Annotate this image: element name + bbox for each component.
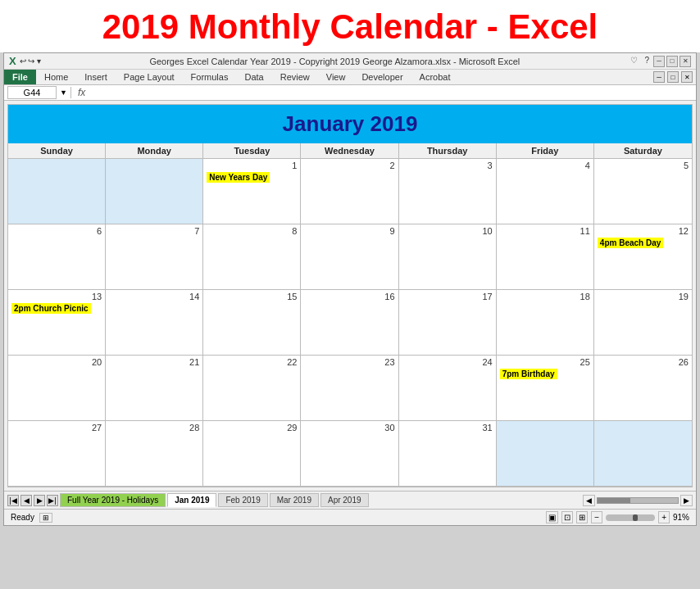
zoom-plus-btn[interactable]: + — [658, 511, 670, 523]
day-number: 31 — [402, 423, 493, 433]
cal-cell-8[interactable]: 8 — [203, 224, 301, 290]
sheet-scroll-left[interactable]: ◀ — [583, 495, 595, 506]
event-birthday: 7pm Birthday — [500, 369, 557, 379]
view-pagebreak-icon[interactable]: ⊞ — [576, 511, 588, 523]
sheet-tab-jan-2019[interactable]: Jan 2019 — [167, 493, 216, 507]
day-number: 24 — [402, 357, 493, 367]
dow-wednesday: Wednesday — [301, 143, 398, 158]
cal-cell-25[interactable]: 25 7pm Birthday — [497, 356, 594, 421]
zoom-minus-btn[interactable]: − — [591, 511, 602, 523]
cal-cell-12[interactable]: 12 4pm Beach Day — [594, 224, 692, 290]
help-icon[interactable]: ♡ — [628, 56, 640, 67]
sheet-nav-prev[interactable]: ◀ — [20, 495, 32, 506]
tab-review[interactable]: Review — [272, 70, 318, 84]
cal-cell-empty-1 — [8, 159, 106, 224]
tab-view[interactable]: View — [318, 70, 354, 84]
tab-insert[interactable]: Insert — [76, 70, 116, 84]
tab-developer[interactable]: Developer — [353, 70, 411, 84]
cal-cell-5[interactable]: 5 — [594, 159, 692, 224]
tab-home[interactable]: Home — [36, 70, 76, 84]
cal-cell-11[interactable]: 11 — [497, 224, 594, 290]
sheet-nav-next[interactable]: ▶ — [34, 495, 45, 506]
title-bar-left: X ↩ ↪ ▾ — [9, 55, 41, 67]
tab-formulas[interactable]: Formulas — [183, 70, 237, 84]
status-right: ▣ ⊡ ⊞ − + 91% — [546, 511, 689, 523]
cal-cell-14[interactable]: 14 — [106, 290, 203, 356]
cal-cell-13[interactable]: 13 2pm Church Picnic — [8, 290, 106, 356]
sheet-tab-mar-2019[interactable]: Mar 2019 — [270, 493, 319, 507]
cal-cell-18[interactable]: 18 — [497, 290, 594, 356]
cal-cell-23[interactable]: 23 — [301, 356, 398, 421]
cal-cell-26[interactable]: 26 — [594, 356, 692, 421]
day-number: 10 — [402, 226, 493, 236]
day-number: 12 — [598, 226, 689, 236]
tab-file[interactable]: File — [4, 70, 36, 84]
ribbon-close-btn[interactable]: ✕ — [681, 71, 693, 83]
day-number: 23 — [304, 357, 394, 367]
title-bar: X ↩ ↪ ▾ Georges Excel Calendar Year 2019… — [4, 53, 696, 70]
cal-cell-31[interactable]: 31 — [399, 421, 497, 487]
view-normal-icon[interactable]: ▣ — [546, 511, 558, 523]
formula-separator — [70, 87, 71, 98]
cal-cell-10[interactable]: 10 — [399, 224, 497, 290]
sheet-tabs-bar: |◀ ◀ ▶ ▶| Full Year 2019 - Holidays Jan … — [4, 491, 696, 509]
formula-input[interactable] — [92, 88, 693, 97]
cal-cell-16[interactable]: 16 — [301, 290, 398, 356]
cal-cell-19[interactable]: 19 — [594, 290, 692, 356]
status-bar: Ready ⊞ ▣ ⊡ ⊞ − + 91% — [4, 509, 696, 525]
dow-monday: Monday — [106, 143, 203, 158]
cal-cell-7[interactable]: 7 — [106, 224, 203, 290]
day-number: 27 — [11, 423, 102, 433]
cal-cell-17[interactable]: 17 — [399, 290, 497, 356]
cal-cell-28[interactable]: 28 — [106, 421, 203, 487]
sheet-tab-full-year[interactable]: Full Year 2019 - Holidays — [60, 493, 166, 507]
minimize-button[interactable]: ─ — [653, 56, 665, 67]
status-icon-1[interactable]: ⊞ — [39, 513, 52, 523]
tab-acrobat[interactable]: Acrobat — [411, 70, 459, 84]
sheet-tab-feb-2019[interactable]: Feb 2019 — [218, 493, 267, 507]
formula-fx-label: fx — [75, 87, 89, 98]
day-number: 18 — [500, 292, 590, 301]
cal-cell-30[interactable]: 30 — [301, 421, 398, 487]
cal-cell-3[interactable]: 3 — [399, 159, 497, 224]
ribbon-tabs: File Home Insert Page Layout Formulas Da… — [4, 70, 696, 85]
close-button[interactable]: ✕ — [680, 56, 691, 67]
cal-cell-29[interactable]: 29 — [203, 421, 301, 487]
tab-data[interactable]: Data — [236, 70, 271, 84]
cal-cell-6[interactable]: 6 — [8, 224, 106, 290]
cal-cell-24[interactable]: 24 — [399, 356, 497, 421]
sheet-tab-apr-2019[interactable]: Apr 2019 — [320, 493, 369, 507]
cell-reference-input[interactable]: G44 — [7, 86, 57, 99]
cell-dropdown-icon[interactable]: ▼ — [60, 88, 67, 97]
cal-cell-21[interactable]: 21 — [106, 356, 203, 421]
cal-cell-20[interactable]: 20 — [8, 356, 106, 421]
cal-cell-9[interactable]: 9 — [301, 224, 398, 290]
cal-cell-1[interactable]: 1 New Years Day — [203, 159, 301, 224]
day-number: 11 — [500, 226, 590, 236]
day-number: 15 — [207, 292, 297, 301]
cal-cell-22[interactable]: 22 — [203, 356, 301, 421]
day-number: 25 — [500, 357, 590, 367]
status-left: Ready ⊞ — [11, 513, 52, 523]
cal-cell-empty-end-2 — [594, 421, 692, 487]
restore-button[interactable]: □ — [666, 56, 678, 67]
help-btn[interactable]: ? — [642, 56, 652, 67]
sheet-scroll-right[interactable]: ▶ — [680, 495, 693, 506]
tab-page-layout[interactable]: Page Layout — [116, 70, 183, 84]
cal-cell-2[interactable]: 2 — [301, 159, 398, 224]
title-bar-title: Georges Excel Calendar Year 2019 - Copyr… — [41, 57, 628, 66]
page-title: 2019 Monthly Calendar - Excel — [0, 0, 700, 52]
dow-saturday: Saturday — [594, 143, 692, 158]
day-number: 6 — [11, 226, 102, 236]
cal-cell-4[interactable]: 4 — [497, 159, 594, 224]
zoom-slider[interactable] — [606, 514, 655, 521]
ribbon-restore-btn[interactable]: □ — [667, 71, 679, 83]
sheet-nav-first[interactable]: |◀ — [7, 495, 19, 506]
formula-bar: G44 ▼ fx — [4, 85, 696, 101]
cal-cell-15[interactable]: 15 — [203, 290, 301, 356]
calendar-grid: 1 New Years Day 2 3 4 5 6 7 8 — [8, 159, 692, 487]
cal-cell-27[interactable]: 27 — [8, 421, 106, 487]
view-layout-icon[interactable]: ⊡ — [561, 511, 573, 523]
sheet-nav-last[interactable]: ▶| — [47, 495, 58, 506]
ribbon-minimize-btn[interactable]: ─ — [653, 71, 665, 83]
